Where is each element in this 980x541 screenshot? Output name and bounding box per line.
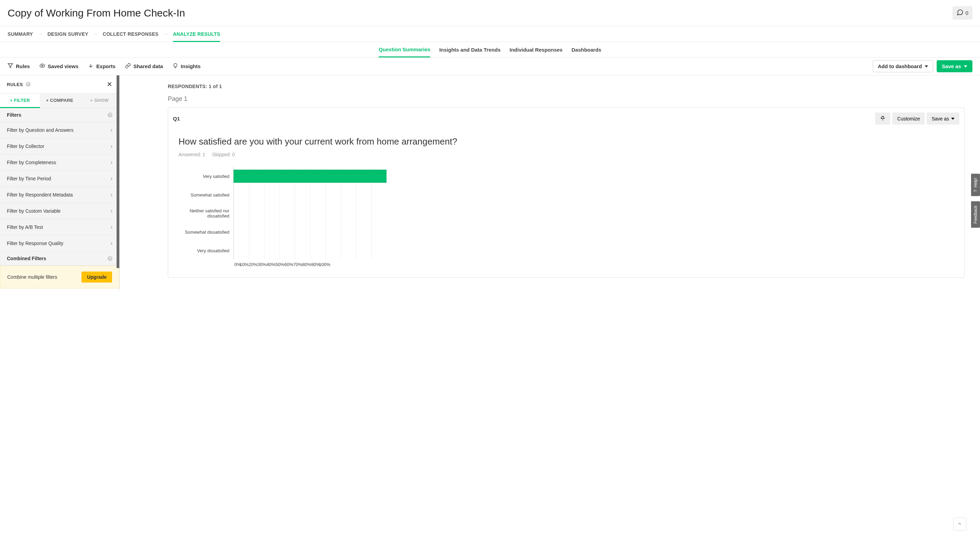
rules-tool[interactable]: Rules: [8, 63, 30, 70]
chart-xtick: 80%: [302, 262, 311, 267]
shared-data-label: Shared data: [134, 63, 163, 69]
filter-row[interactable]: Filter by Custom Variable›: [0, 203, 119, 219]
tab-dashboards[interactable]: Dashboards: [571, 43, 601, 57]
chart-bar-row: [234, 241, 387, 260]
filter-row[interactable]: Filter by A/B Test›: [0, 219, 119, 235]
chart-bar-row: [234, 223, 387, 241]
chart-bar: [234, 170, 387, 183]
tab-individual[interactable]: Individual Responses: [510, 43, 563, 57]
chart-xtick: 100%: [319, 262, 330, 267]
combined-group-title: Combined Filters: [7, 256, 46, 261]
combine-filters-label: Combine multiple filters: [7, 274, 57, 280]
filter-row-label: Filter by Question and Answers: [7, 127, 73, 133]
filter-row-label: Filter by A/B Test: [7, 224, 43, 230]
chart-xtick: 70%: [293, 262, 302, 267]
question-card: Q1 Customize Save as How satisfied are y…: [168, 107, 964, 278]
svg-marker-0: [8, 64, 13, 68]
chart-xtick: 60%: [284, 262, 293, 267]
sub-nav: Question Summaries Insights and Data Tre…: [0, 42, 980, 57]
feedback-tab-label: Feedback: [973, 206, 978, 224]
filter-row-label: Filter by Collector: [7, 144, 45, 149]
add-to-dashboard-button[interactable]: Add to dashboard: [873, 60, 933, 72]
saved-views-tool[interactable]: Saved views: [40, 63, 78, 70]
insights-tool[interactable]: Insights: [173, 63, 201, 70]
rules-sidebar: RULES ? ✕ + FILTER + COMPARE + SHOW Filt…: [0, 75, 120, 292]
filter-row-label: Filter by Custom Variable: [7, 208, 60, 214]
help-icon[interactable]: ?: [26, 82, 30, 87]
chevron-right-icon: ›: [111, 127, 113, 133]
filter-row-label: Filter by Time Period: [7, 176, 51, 181]
help-dot-icon: ?: [973, 190, 978, 192]
close-icon[interactable]: ✕: [107, 80, 113, 88]
chart-bar-row: [234, 185, 387, 204]
chevron-right-icon: ›: [111, 192, 113, 198]
bar-chart: Very satisfiedSomewhat satisfiedNeither …: [178, 167, 954, 260]
chevron-right-icon: ›: [111, 224, 113, 230]
filter-row-label: Filter by Response Quality: [7, 241, 63, 246]
rules-label: Rules: [16, 63, 30, 69]
sidebar-tab-compare[interactable]: + COMPARE: [40, 94, 80, 108]
question-id: Q1: [173, 116, 180, 121]
chart-ylabel: Very satisfied: [178, 167, 229, 185]
comment-count: 0: [966, 10, 968, 16]
help-icon[interactable]: ?: [108, 256, 113, 261]
pin-button[interactable]: [875, 113, 890, 124]
question-save-as-button[interactable]: Save as: [927, 113, 959, 124]
filter-row[interactable]: Filter by Respondent Metadata›: [0, 187, 119, 203]
nav-step-collect[interactable]: COLLECT RESPONSES: [103, 31, 159, 37]
sidebar-tab-show[interactable]: + SHOW: [80, 94, 119, 108]
save-as-button[interactable]: Save as: [937, 60, 972, 72]
chevron-right-icon: ›: [111, 160, 113, 166]
filters-group-title: Filters: [7, 112, 21, 118]
chart-ylabel: Very dissatisfied: [178, 241, 229, 260]
respondents-label: RESPONDENTS:: [168, 84, 207, 89]
feedback-tab[interactable]: Feedback: [971, 201, 980, 228]
chart-xtick: 10%: [240, 262, 248, 267]
save-as-label: Save as: [942, 63, 961, 69]
chevron-right-icon: ›: [111, 143, 113, 149]
upgrade-button[interactable]: Upgrade: [81, 271, 112, 282]
filter-row[interactable]: Filter by Question and Answers›: [0, 122, 119, 138]
add-dashboard-label: Add to dashboard: [878, 63, 922, 69]
question-text: How satisfied are you with your current …: [178, 136, 954, 147]
nav-step-summary[interactable]: SUMMARY: [8, 31, 33, 37]
filter-icon: [8, 63, 13, 70]
answered-count: Answered: 1: [178, 152, 205, 157]
sidebar-tab-filter[interactable]: + FILTER: [0, 94, 40, 108]
chevron-right-icon: →: [38, 31, 43, 37]
tab-question-summaries[interactable]: Question Summaries: [379, 42, 430, 57]
chevron-right-icon: →: [93, 31, 98, 37]
link-icon: [125, 63, 130, 70]
chart-bar-row: [234, 167, 387, 185]
chevron-right-icon: →: [163, 31, 168, 37]
chevron-right-icon: ›: [111, 176, 113, 182]
tab-insights-trends[interactable]: Insights and Data Trends: [439, 43, 500, 57]
insights-label: Insights: [181, 63, 201, 69]
shared-data-tool[interactable]: Shared data: [125, 63, 163, 70]
breadcrumb-nav: SUMMARY → DESIGN SURVEY → COLLECT RESPON…: [0, 26, 980, 42]
chart-xtick: 40%: [266, 262, 275, 267]
comments-button[interactable]: 0: [953, 6, 972, 20]
chart-ylabel: Neither satisfied nor dissatisfied: [178, 204, 229, 223]
customize-button[interactable]: Customize: [892, 113, 924, 124]
chevron-right-icon: ›: [111, 240, 113, 246]
skipped-count: Skipped: 0: [212, 152, 235, 157]
help-icon[interactable]: ?: [108, 113, 113, 117]
download-icon: [88, 63, 94, 70]
nav-step-analyze[interactable]: ANALYZE RESULTS: [173, 26, 220, 42]
help-tab[interactable]: ? Help!: [971, 174, 980, 196]
page-label: Page 1: [168, 95, 964, 102]
saved-views-label: Saved views: [48, 63, 78, 69]
save-as-label: Save as: [932, 116, 949, 121]
nav-step-design[interactable]: DESIGN SURVEY: [48, 31, 88, 37]
chart-ylabel: Somewhat dissatisfied: [178, 223, 229, 241]
filter-row[interactable]: Filter by Response Quality›: [0, 235, 119, 252]
page-title: Copy of Working From Home Check-In: [8, 7, 185, 19]
filter-row[interactable]: Filter by Completeness›: [0, 155, 119, 171]
eye-icon: [40, 63, 45, 70]
exports-tool[interactable]: Exports: [88, 63, 116, 70]
filter-row-label: Filter by Respondent Metadata: [7, 192, 73, 198]
filter-row[interactable]: Filter by Collector›: [0, 138, 119, 155]
filter-row[interactable]: Filter by Time Period›: [0, 171, 119, 187]
chart-ylabel: Somewhat satisfied: [178, 185, 229, 204]
